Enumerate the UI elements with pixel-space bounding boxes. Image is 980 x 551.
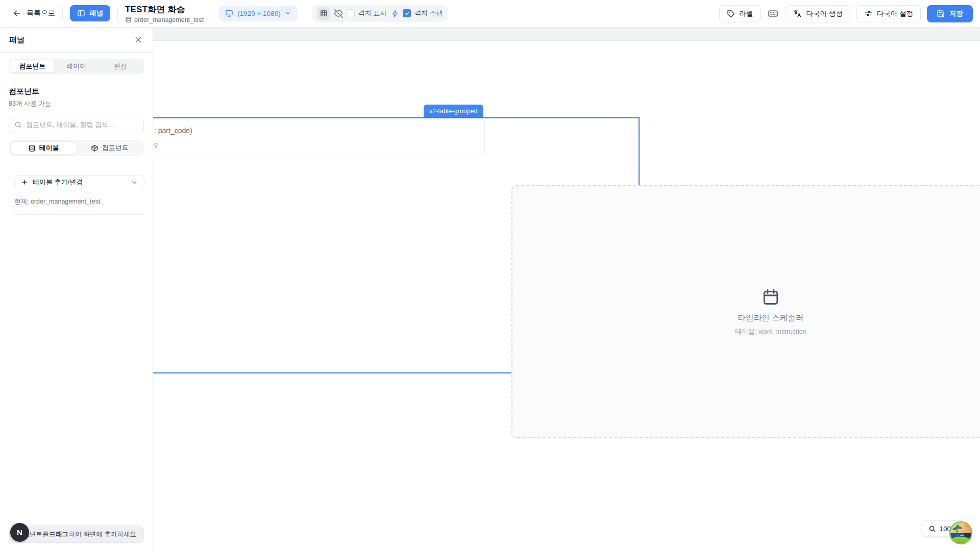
search-icon (14, 121, 22, 129)
save-button[interactable]: 저장 (927, 5, 973, 22)
resolution-value: (980 × 551) (237, 10, 280, 17)
design-screen[interactable]: v2-table-grouped : part_code) g 타임라인 스케줄… (153, 40, 980, 551)
table-subtext: g (154, 141, 158, 148)
save-icon (937, 10, 945, 18)
components-available-count: 83개 사용 가능 (9, 99, 144, 108)
monitor-icon (225, 9, 233, 17)
divider (62, 6, 63, 20)
close-panel-button[interactable] (132, 34, 144, 46)
plus-icon (21, 179, 28, 186)
panel-toggle-label: 패널 (89, 9, 103, 18)
divider (305, 6, 305, 20)
search-input[interactable] (26, 121, 138, 129)
close-icon (134, 36, 142, 44)
divider (14, 214, 144, 215)
grid-show-label: 격자 표시 (358, 9, 387, 18)
add-change-table-label: 테이블 추가/변경 (33, 178, 127, 187)
table-component-header-card (153, 119, 485, 156)
back-to-list-label: 목록으로 (27, 9, 55, 18)
panel-header: 패널 (0, 28, 153, 53)
back-to-list-button[interactable]: 목록으로 (12, 9, 55, 18)
i18n-generate-text: 다국어 생성 (806, 9, 842, 18)
selected-component-tag: v2-table-grouped (424, 105, 483, 117)
filter-tables[interactable]: 테이블 (10, 141, 77, 155)
collaborator-cursor-badge: N (10, 523, 29, 542)
timeline-table-name: 테이블: work_instruction (735, 327, 806, 336)
chevron-down-icon (285, 10, 291, 16)
calendar-icon (762, 288, 780, 306)
i18n-settings-text: 다국어 설정 (877, 9, 913, 18)
grid-icon[interactable] (317, 7, 330, 20)
divider (211, 6, 211, 20)
drag-hint: 컴포넌트를 드래그하여 화면에 추가하세요 (9, 525, 144, 543)
lightning-icon[interactable] (391, 10, 399, 17)
eye-off-icon[interactable] (334, 9, 343, 18)
grid-show-checkbox[interactable] (347, 9, 355, 17)
grid-options-group: 격자 표시 격자 스냅 (312, 5, 448, 22)
tab-components[interactable]: 컴포넌트 (10, 60, 54, 72)
timeline-title: 타임라인 스케줄러 (738, 313, 803, 323)
chevron-down-icon (131, 179, 138, 186)
components-section-title: 컴포넌트 (9, 87, 144, 96)
island-image (949, 521, 973, 545)
package-icon (91, 144, 99, 152)
sidebar-panel-icon (77, 9, 85, 17)
panel-tab-bar: 컴포넌트 레이어 편집 (9, 59, 144, 74)
screen-title-block: TEST화면 화승 order_management_test (125, 4, 204, 23)
page-title: TEST화면 화승 (125, 5, 204, 15)
sliders-icon (864, 9, 873, 18)
timeline-scheduler-component[interactable]: 타임라인 스케줄러 테이블: work_instruction (511, 185, 980, 438)
tab-layers[interactable]: 레이어 (54, 60, 98, 72)
save-button-text: 저장 (949, 9, 963, 18)
label-button[interactable]: 라벨 (719, 5, 761, 22)
database-icon (28, 144, 36, 152)
panel-toggle-button[interactable]: 패널 (70, 5, 110, 21)
hint-text-drag: 드래그 (50, 530, 69, 539)
filter-tables-label: 테이블 (39, 143, 59, 153)
grid-snap-checkbox[interactable] (403, 9, 411, 17)
grid-snap-label: 격자 스냅 (414, 9, 443, 18)
hint-text-suffix: 하여 화면에 추가하세요 (69, 530, 136, 539)
current-table-label: 현재: order_management_test (14, 197, 144, 206)
translate-icon (793, 9, 802, 18)
i18n-settings-button[interactable]: 다국어 설정 (856, 5, 921, 22)
filter-components[interactable]: 컴포넌트 (77, 141, 143, 155)
magnifier-icon (928, 525, 936, 533)
label-button-text: 라벨 (739, 9, 753, 18)
divider (117, 6, 118, 20)
add-change-table-button[interactable]: 테이블 추가/변경 (14, 175, 144, 189)
top-toolbar: 목록으로 패널 TEST화면 화승 order_management_test (0, 0, 980, 28)
resolution-selector[interactable]: (980 × 551) (218, 6, 297, 21)
tab-edit[interactable]: 편집 (99, 60, 142, 72)
components-panel: 패널 컴포넌트 레이어 편집 컴포넌트 83개 사용 가능 테이블 (0, 28, 153, 551)
toolbar-left-group: 목록으로 패널 TEST화면 화승 order_management_test (12, 4, 448, 23)
panel-title: 패널 (9, 35, 24, 45)
database-icon (125, 16, 132, 23)
filter-components-label: 컴포넌트 (102, 143, 129, 153)
source-filter-segment: 테이블 컴포넌트 (9, 140, 144, 156)
bound-table-name: order_management_test (134, 16, 204, 23)
component-search-box (9, 116, 144, 133)
table-header-text: : part_code) (154, 127, 192, 135)
keyboard-shortcuts-button[interactable] (767, 7, 779, 20)
toolbar-right-group: 라벨 다국어 생성 다국어 설정 저장 (719, 5, 973, 22)
tag-icon (727, 10, 735, 18)
back-arrow-icon (12, 9, 21, 18)
i18n-generate-button[interactable]: 다국어 생성 (786, 5, 850, 22)
